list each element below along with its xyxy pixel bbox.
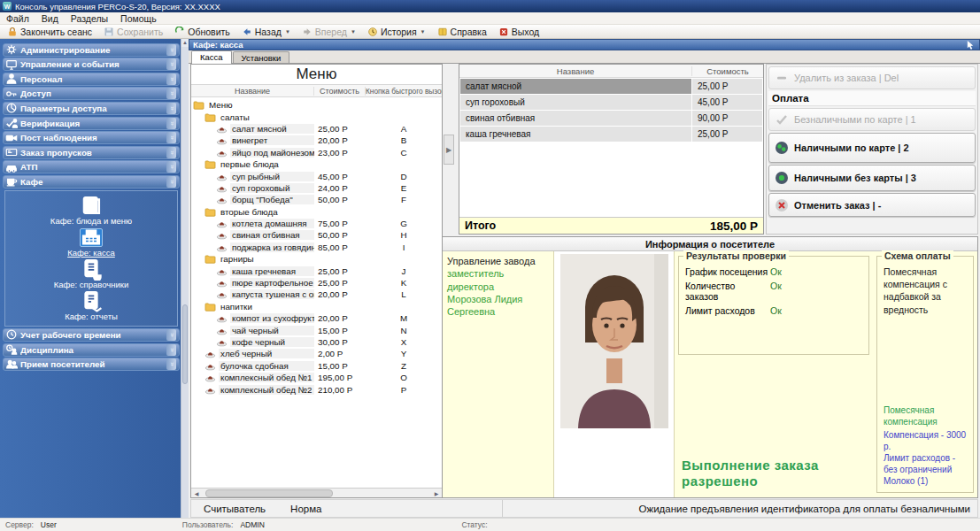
tree-item-row[interactable]: борщ "Победа"50,00 РF [191,194,442,205]
scroll-left-icon[interactable]: ◀ [192,490,201,496]
sidebar-item-cafe-directories[interactable]: Кафе: справочники [54,259,129,290]
tree-item-row[interactable]: булочка сдобная15,00 РZ [191,360,442,372]
exit-button[interactable]: Выход [493,26,544,38]
sidebar-item-atp[interactable]: АТП» [3,160,180,173]
column-name[interactable]: Название [191,87,314,96]
tree-item-row[interactable]: суп рыбный45,00 РD [191,170,442,181]
chevron-down-icon[interactable]: » [166,161,176,173]
chevron-down-icon[interactable]: » [166,118,176,129]
sidebar-item-cafe[interactable]: Кафе» [3,175,180,189]
column-hotkey[interactable]: Кнопка быстрого вызова [366,87,442,96]
menu-help[interactable]: Помощь [114,13,163,24]
delete-from-order-button[interactable]: Удалить из заказа | Del [768,66,976,89]
sidebar-item-management-events[interactable]: Управление и события» [3,58,180,71]
scrollbar-thumb[interactable] [182,304,188,384]
dropdown-caret-icon[interactable]: ▼ [421,29,426,35]
tree-item-row[interactable]: кофе черный30,00 РX [191,336,442,348]
tree-item-row[interactable]: капуста тушеная с ов.20,00 РL [191,289,442,300]
chevron-down-icon[interactable]: » [166,44,176,56]
tree-item-name: салаты [219,112,314,122]
order-row[interactable]: каша гречневая25,00 Р [460,127,762,142]
tree-item-row[interactable]: поджарка из говядины85,00 РI [191,242,442,253]
tree-item-row[interactable]: каша гречневая25,00 РJ [191,265,442,276]
scrollbar-track[interactable] [201,489,432,497]
sidebar-item-access[interactable]: Доступ» [3,87,180,100]
save-button[interactable]: Сохранить [98,26,168,38]
add-to-order-splitter-button[interactable]: ▶ [444,135,454,165]
sidebar-item-cafe-dishes-menu[interactable]: Кафе: блюда и меню [50,196,132,227]
order-row[interactable]: свиная отбивная90,00 Р [460,111,762,126]
sidebar-item-cafe-register[interactable]: Кафе: касса [67,227,115,258]
tree-item-row[interactable]: комплексный обед №1195,00 РO [191,372,442,383]
tree-folder-row[interactable]: Меню [191,99,442,111]
sidebar-item-cafe-reports[interactable]: Кафе: отчеты [65,291,118,322]
tree-item-row[interactable]: компот из сухофруктов20,00 РM [191,312,442,324]
sidebar-item-time-tracking[interactable]: Учет рабочего времени» [3,328,180,342]
chevron-down-icon[interactable]: » [166,103,176,114]
tree-item-row[interactable]: хлеб черный2,00 РY [191,348,442,359]
dropdown-caret-icon[interactable]: ▼ [351,29,356,35]
sidebar-item-visitors-reception[interactable]: Прием посетителей» [3,358,180,371]
order-row[interactable]: суп гороховый45,00 Р [460,95,762,110]
pay-cashless-by-card-button[interactable]: Безналичными по карте | 1 [768,108,976,131]
scroll-right-icon[interactable]: ▶ [432,490,441,496]
tab-ustanovki[interactable]: Установки [233,51,290,63]
reference-button[interactable]: Справка [432,26,492,38]
reader-label: Считыватель [204,504,266,514]
chevron-down-icon[interactable]: » [166,358,176,370]
tree-item-row[interactable]: свиная отбивная50,00 РH [191,229,442,241]
chevron-down-icon[interactable]: » [166,73,176,85]
tree-item-hotkey: P [366,385,442,395]
menu-view[interactable]: Вид [35,13,65,24]
tree-folder-row[interactable]: напитки [191,301,442,312]
chevron-down-icon[interactable]: » [166,344,176,356]
column-name[interactable]: Название [459,66,692,76]
pay-cash-no-card-button[interactable]: Наличными без карты | 3 [768,165,976,191]
chevron-down-icon[interactable]: » [166,88,176,99]
sidebar-item-pass-order[interactable]: Заказ пропусков» [3,146,180,159]
pay-cash-by-card-button[interactable]: Наличными по карте | 2 [768,133,976,163]
sidebar-item-verification[interactable]: Верификация» [3,117,180,130]
chevron-down-icon[interactable]: » [166,329,176,341]
back-button[interactable]: Назад▼ [236,26,296,38]
tree-item-row[interactable]: комплексный обед №2210,00 РP [191,383,442,395]
menu-file[interactable]: Файл [0,13,35,24]
chevron-down-icon[interactable]: » [166,132,176,143]
tree-item-row[interactable]: суп гороховый24,00 РE [191,182,442,194]
dropdown-caret-icon[interactable]: ▼ [285,29,290,35]
tree-item-row[interactable]: яйцо под майонезом23,00 РC [191,147,442,158]
pin-hand-icon[interactable] [966,40,976,50]
tab-kassa[interactable]: Касса [191,50,232,64]
tree-item-row[interactable]: винегрет20,00 РB [191,135,442,146]
tree-folder-row[interactable]: гарниры [191,253,442,265]
cancel-order-button[interactable]: Отменить заказ | - [768,193,976,217]
chevron-down-icon[interactable]: » [166,147,176,158]
tree-item-row[interactable]: чай черный15,00 РN [191,324,442,335]
scroll-up-icon[interactable]: ▲ [181,39,189,47]
column-price[interactable]: Стоимость [314,87,366,96]
tree-item-row[interactable]: котлета домашняя75,00 РG [191,218,442,229]
chevron-down-icon[interactable]: » [166,58,176,70]
sidebar-item-personnel[interactable]: Персонал» [3,73,180,86]
sidebar-scrollbar[interactable]: ▲ [181,39,189,518]
forward-button[interactable]: Вперед▼ [297,26,361,38]
sidebar-item-observation-post[interactable]: Пост наблюдения» [3,131,180,144]
sidebar-item-access-params[interactable]: Параметры доступа» [3,102,180,115]
tree-folder-row[interactable]: вторые блюда [191,206,442,218]
tree-folder-row[interactable]: первые блюда [191,158,442,170]
menu-sections[interactable]: Разделы [65,13,114,24]
sidebar-item-administration[interactable]: Администрирование» [3,43,180,57]
tree-item-price: 20,00 Р [314,135,366,145]
refresh-button[interactable]: Обновить [169,26,235,38]
tree-item-row[interactable]: пюре картофельное25,00 РK [191,277,442,289]
history-button[interactable]: История▼ [362,26,431,38]
end-session-button[interactable]: Закончить сеанс [2,26,97,38]
chevron-down-icon[interactable]: » [166,176,176,188]
tree-item-row[interactable]: салат мясной25,00 РA [191,123,442,135]
scrollbar-thumb[interactable] [205,489,333,497]
tree-horizontal-scrollbar[interactable]: ◀ ▶ [191,488,442,497]
order-row[interactable]: салат мясной25,00 Р [460,79,762,94]
column-price[interactable]: Стоимость [692,66,763,76]
sidebar-item-discipline[interactable]: Дисциплина» [3,343,180,357]
tree-folder-row[interactable]: салаты [191,111,442,122]
